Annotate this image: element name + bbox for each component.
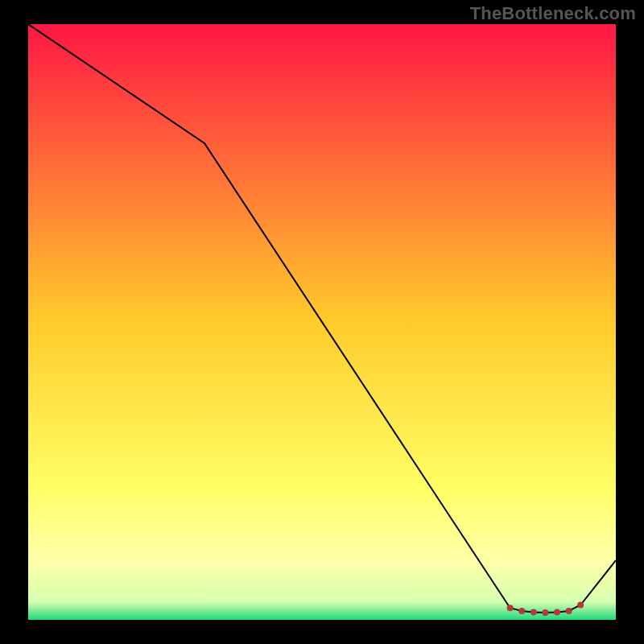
chart-marker	[566, 608, 572, 614]
chart-marker	[518, 608, 525, 614]
chart-marker	[554, 609, 560, 615]
chart-marker	[577, 602, 584, 609]
chart-svg	[28, 24, 616, 620]
chart-plot-area	[28, 24, 616, 620]
chart-frame: TheBottleneck.com	[0, 0, 644, 644]
watermark-text: TheBottleneck.com	[470, 3, 636, 24]
chart-marker	[530, 609, 537, 615]
chart-marker	[507, 605, 514, 611]
chart-marker	[542, 609, 548, 616]
